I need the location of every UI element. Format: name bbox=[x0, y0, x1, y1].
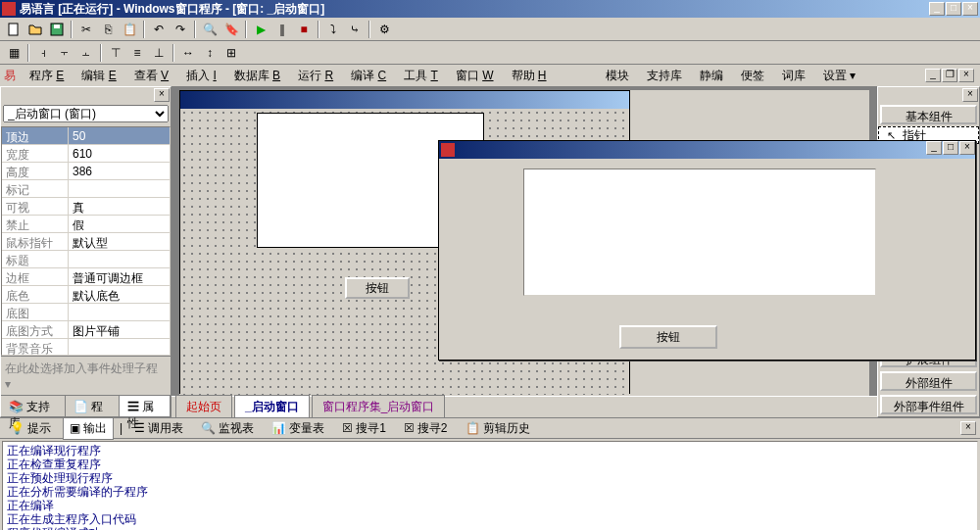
align-left-button[interactable]: ⫞ bbox=[33, 43, 53, 63]
property-row[interactable]: 标题 bbox=[2, 251, 170, 268]
menu-help[interactable]: 帮助 H bbox=[504, 66, 555, 86]
tab-startup-window[interactable]: _启动窗口 bbox=[234, 395, 310, 417]
property-row[interactable]: 边框普通可调边框 bbox=[2, 268, 170, 286]
menu-compile[interactable]: 编译 C bbox=[343, 66, 394, 86]
copy-button[interactable]: ⎘ bbox=[98, 20, 118, 39]
property-row[interactable]: 底色默认底色 bbox=[2, 286, 170, 304]
panel-close-button[interactable]: × bbox=[154, 88, 170, 102]
running-app-window[interactable]: _ □ × 按钮 bbox=[438, 140, 976, 361]
save-button[interactable] bbox=[47, 20, 67, 39]
menu-database[interactable]: 数据库 B bbox=[226, 66, 288, 86]
same-width-button[interactable]: ↔ bbox=[178, 43, 198, 63]
align-right-button[interactable]: ⫠ bbox=[76, 43, 96, 63]
object-select[interactable]: _启动窗口 (窗口) bbox=[3, 105, 169, 122]
property-row[interactable]: 高度386 bbox=[2, 163, 170, 180]
same-size-button[interactable]: ⊞ bbox=[221, 43, 241, 63]
running-titlebar[interactable]: _ □ × bbox=[439, 141, 975, 159]
align-top-button[interactable]: ⊤ bbox=[106, 43, 125, 63]
open-button[interactable] bbox=[25, 20, 45, 39]
output-tab-vars[interactable]: 📊 变量表 bbox=[266, 418, 330, 439]
bookmark-button[interactable]: 🔖 bbox=[221, 20, 241, 39]
menu-notes[interactable]: 便签 bbox=[733, 66, 772, 86]
menu-support-lib[interactable]: 支持库 bbox=[639, 66, 690, 86]
align-middle-button[interactable]: ≡ bbox=[127, 43, 147, 63]
property-value[interactable]: 假 bbox=[69, 216, 170, 232]
property-grid[interactable]: 顶边50宽度610高度386标记可视真禁止假鼠标指针默认型标题边框普通可调边框底… bbox=[1, 126, 171, 356]
stop-button[interactable]: ■ bbox=[294, 20, 314, 39]
menu-run[interactable]: 运行 R bbox=[290, 66, 341, 86]
output-tab-output[interactable]: ▣ 输出 bbox=[63, 417, 114, 440]
running-close-button[interactable]: × bbox=[959, 141, 975, 155]
tab-window-procset[interactable]: 窗口程序集_启动窗口 bbox=[312, 395, 446, 417]
property-value[interactable] bbox=[69, 251, 170, 267]
property-value[interactable]: 50 bbox=[69, 127, 170, 144]
tab-properties[interactable]: ☰ 属性 bbox=[120, 396, 171, 416]
property-row[interactable]: 顶边50 bbox=[2, 127, 170, 145]
event-hint[interactable]: 在此处选择加入事件处理子程 ▾ bbox=[1, 356, 171, 395]
output-tab-watch[interactable]: 🔍 监视表 bbox=[195, 418, 260, 439]
run-button[interactable]: ▶ bbox=[251, 20, 270, 39]
property-value[interactable]: 610 bbox=[69, 145, 170, 162]
mdi-close-button[interactable]: × bbox=[958, 69, 974, 82]
redo-button[interactable]: ↷ bbox=[171, 20, 190, 39]
menu-window[interactable]: 窗口 W bbox=[448, 66, 502, 86]
cut-button[interactable]: ✂ bbox=[76, 20, 96, 39]
property-row[interactable]: 可视真 bbox=[2, 198, 170, 216]
property-value[interactable]: 真 bbox=[69, 198, 170, 215]
output-tab-calltable[interactable]: ☰ 调用表 bbox=[128, 418, 189, 439]
mdi-restore-button[interactable]: ❐ bbox=[942, 69, 957, 82]
same-height-button[interactable]: ↕ bbox=[200, 43, 220, 63]
palette-header-external[interactable]: 外部组件 bbox=[880, 371, 977, 391]
new-button[interactable] bbox=[4, 20, 24, 39]
align-bottom-button[interactable]: ⊥ bbox=[149, 43, 169, 63]
property-row[interactable]: 背景音乐 bbox=[2, 339, 170, 356]
menu-settings[interactable]: 设置 ▾ bbox=[815, 66, 863, 86]
object-selector[interactable]: _启动窗口 (窗口) bbox=[3, 105, 169, 124]
property-row[interactable]: 标记 bbox=[2, 180, 170, 198]
output-tab-search2[interactable]: ☒ 搜寻2 bbox=[398, 418, 454, 439]
align-center-button[interactable]: ⫟ bbox=[55, 43, 74, 63]
output-tab-search1[interactable]: ☒ 搜寻1 bbox=[336, 418, 392, 439]
property-row[interactable]: 禁止假 bbox=[2, 216, 170, 233]
menu-tools[interactable]: 工具 T bbox=[396, 66, 446, 86]
running-maximize-button[interactable]: □ bbox=[943, 141, 958, 155]
tab-start-page[interactable]: 起始页 bbox=[175, 395, 232, 417]
menu-view[interactable]: 查看 V bbox=[126, 66, 176, 86]
minimize-button[interactable]: _ bbox=[929, 2, 945, 16]
step-into-button[interactable]: ⤷ bbox=[345, 20, 365, 39]
property-value[interactable] bbox=[69, 180, 170, 197]
property-value[interactable] bbox=[69, 304, 170, 320]
output-tab-cliphistory[interactable]: 📋 剪辑历史 bbox=[460, 418, 536, 439]
menu-static-compile[interactable]: 静编 bbox=[692, 66, 731, 86]
menu-program[interactable]: 程序 E bbox=[22, 66, 72, 86]
pause-button[interactable]: ‖ bbox=[272, 20, 292, 39]
property-value[interactable]: 图片平铺 bbox=[69, 321, 170, 338]
compile-button[interactable]: ⚙ bbox=[374, 20, 394, 39]
tab-program[interactable]: 📄 程序 bbox=[66, 396, 120, 416]
menu-edit[interactable]: 编辑 E bbox=[74, 66, 123, 86]
property-value[interactable]: 默认型 bbox=[69, 233, 170, 250]
palette-close-button[interactable]: × bbox=[962, 88, 978, 102]
property-row[interactable]: 底图方式图片平铺 bbox=[2, 321, 170, 339]
undo-button[interactable]: ↶ bbox=[149, 20, 169, 39]
running-textbox[interactable] bbox=[523, 169, 876, 296]
mdi-minimize-button[interactable]: _ bbox=[925, 69, 941, 82]
menu-vocab[interactable]: 词库 bbox=[774, 66, 813, 86]
property-row[interactable]: 底图 bbox=[2, 304, 170, 321]
tab-support-lib[interactable]: 📚 支持库 bbox=[1, 396, 66, 416]
palette-header-events[interactable]: 外部事件组件 bbox=[880, 395, 977, 414]
palette-header-basic[interactable]: 基本组件 bbox=[880, 105, 977, 124]
output-tab-hint[interactable]: 💡 提示 bbox=[4, 418, 57, 439]
property-row[interactable]: 宽度610 bbox=[2, 145, 170, 163]
menu-insert[interactable]: 插入 I bbox=[178, 66, 224, 86]
find-button[interactable]: 🔍 bbox=[200, 20, 220, 39]
output-close-button[interactable]: × bbox=[960, 421, 976, 435]
grid-toggle-button[interactable]: ▦ bbox=[4, 43, 24, 63]
button-control[interactable]: 按钮 bbox=[345, 277, 410, 299]
output-console[interactable]: 正在编译现行程序正在检查重复程序正在预处理现行程序正在分析需要编译的子程序正在编… bbox=[2, 441, 978, 530]
running-button[interactable]: 按钮 bbox=[619, 325, 717, 349]
menu-module[interactable]: 模块 bbox=[598, 66, 637, 86]
step-over-button[interactable]: ⤵ bbox=[323, 20, 343, 39]
running-minimize-button[interactable]: _ bbox=[926, 141, 942, 155]
property-value[interactable]: 默认底色 bbox=[69, 286, 170, 303]
